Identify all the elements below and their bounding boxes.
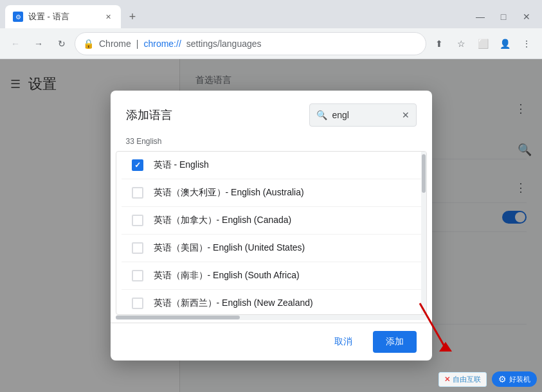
dialog-header: 添加语言 🔍 ✕ — [111, 91, 432, 134]
ziyou-label: 自由互联 — [453, 375, 481, 384]
address-url-path: settings/languages — [186, 39, 262, 49]
lang-name-australia: 英语（澳大利亚）- English (Australia) — [154, 187, 304, 199]
svg-marker-1 — [439, 342, 452, 352]
maximize-button[interactable]: □ — [493, 6, 514, 27]
dialog-title: 添加语言 — [126, 107, 172, 123]
haozhuang-label: 好装机 — [509, 375, 530, 384]
tab-title: 设置 - 语言 — [28, 11, 99, 22]
lang-checkbox-canada[interactable] — [132, 215, 143, 226]
ziyou-watermark: ✕ 自由互联 — [438, 372, 487, 387]
lang-name-new-zealand: 英语（新西兰）- English (New Zealand) — [154, 298, 313, 309]
dialog-search-box[interactable]: 🔍 ✕ — [309, 103, 417, 127]
lang-checkbox-australia[interactable] — [132, 187, 143, 199]
watermark-area: ✕ 自由互联 ⚙ 好装机 — [438, 371, 537, 387]
toolbar-actions: ⬆ ☆ ⬜ 👤 ⋮ — [429, 33, 537, 54]
lock-icon: 🔒 — [83, 39, 94, 49]
avatar-button[interactable]: 👤 — [494, 33, 515, 54]
browser-chrome: ⚙ 设置 - 语言 ✕ + — □ ✕ ← → ↻ 🔒 Chrome | chr… — [0, 0, 542, 59]
haozhuang-watermark: ⚙ 好装机 — [492, 371, 537, 387]
address-chrome-label: Chrome — [99, 39, 131, 49]
reload-button[interactable]: ↻ — [51, 33, 72, 54]
tab-close-button[interactable]: ✕ — [103, 12, 113, 22]
lang-name-canada: 英语（加拿大）- English (Canada) — [154, 215, 292, 226]
horizontal-scrollbar — [116, 315, 427, 320]
lang-checkbox-new-zealand[interactable] — [132, 298, 143, 309]
back-button[interactable]: ← — [5, 33, 26, 54]
forward-button[interactable]: → — [28, 33, 49, 54]
lang-checkbox-south-africa[interactable] — [132, 270, 143, 281]
more-button[interactable]: ⋮ — [516, 33, 537, 54]
bookmark-button[interactable]: ☆ — [451, 33, 471, 54]
lang-item-canada[interactable]: 英语（加拿大）- English (Canada) — [122, 207, 421, 235]
lang-item-english[interactable]: 英语 - English — [122, 152, 421, 179]
tab-bar: ⚙ 设置 - 语言 ✕ + — □ ✕ — [0, 0, 542, 28]
dialog-search-icon: 🔍 — [316, 110, 327, 120]
lang-checkbox-english[interactable] — [132, 159, 143, 171]
language-search-input[interactable] — [332, 110, 397, 120]
tab-favicon: ⚙ — [13, 12, 23, 22]
active-tab[interactable]: ⚙ 设置 - 语言 ✕ — [5, 5, 121, 28]
lang-item-australia[interactable]: 英语（澳大利亚）- English (Australia) — [122, 179, 421, 207]
lang-item-new-zealand[interactable]: 英语（新西兰）- English (New Zealand) — [122, 290, 421, 315]
extensions-button[interactable]: ⬜ — [473, 33, 493, 54]
lang-name-south-africa: 英语（南非）- English (South Africa) — [154, 270, 300, 281]
address-url: chrome:// — [143, 39, 181, 49]
close-window-button[interactable]: ✕ — [516, 6, 537, 27]
lang-name-english: 英语 - English — [154, 159, 209, 171]
share-button[interactable]: ⬆ — [429, 33, 449, 54]
new-tab-button[interactable]: + — [123, 8, 141, 26]
cancel-button[interactable]: 取消 — [321, 331, 365, 353]
language-list: 英语 - English 英语（澳大利亚）- English (Australi… — [116, 151, 427, 315]
h-scrollbar-thumb[interactable] — [116, 316, 240, 319]
search-result-hint: 33 English — [111, 134, 432, 151]
ziyou-x-icon: ✕ — [444, 375, 450, 384]
scrollbar-thumb[interactable] — [422, 154, 426, 193]
dialog-footer: 取消 添加 — [111, 323, 432, 361]
scrollbar-track — [421, 152, 426, 314]
lang-name-us: 英语（美国）- English (United States) — [154, 242, 305, 254]
browser-toolbar: ← → ↻ 🔒 Chrome | chrome://settings/langu… — [0, 28, 542, 59]
search-clear-button[interactable]: ✕ — [402, 110, 410, 120]
add-button[interactable]: 添加 — [373, 331, 417, 353]
haozhuang-icon: ⚙ — [498, 374, 507, 384]
lang-item-us[interactable]: 英语（美国）- English (United States) — [122, 235, 421, 262]
address-separator: | — [136, 39, 139, 49]
lang-checkbox-us[interactable] — [132, 242, 143, 254]
modal-overlay: 添加语言 🔍 ✕ 33 English 英语 - English — [0, 59, 542, 392]
browser-content: ☰ 设置 🔍 首选语言 网站会尽可 ⋮ 1. 中...将网...使用... 2.… — [0, 59, 542, 392]
lang-item-south-africa[interactable]: 英语（南非）- English (South Africa) — [122, 262, 421, 290]
minimize-button[interactable]: — — [470, 6, 491, 27]
address-bar[interactable]: 🔒 Chrome | chrome://settings/languages — [75, 32, 426, 55]
add-language-dialog: 添加语言 🔍 ✕ 33 English 英语 - English — [111, 91, 432, 361]
